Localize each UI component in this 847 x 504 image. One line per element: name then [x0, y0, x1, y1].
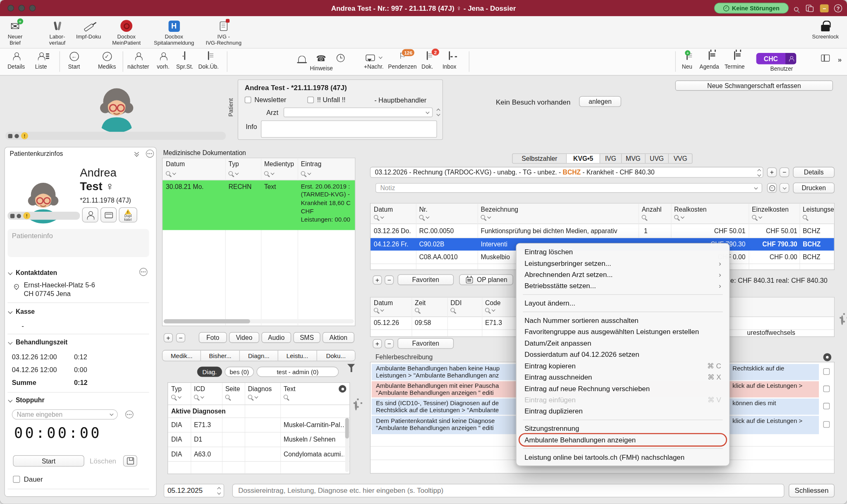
- newsletter-checkbox[interactable]: [245, 97, 251, 103]
- search-icon[interactable]: [642, 215, 646, 219]
- search-icon[interactable]: [794, 7, 798, 11]
- search-icon[interactable]: [674, 215, 678, 219]
- menu-item-eintrag-duplizieren[interactable]: Eintrag duplizieren: [517, 406, 730, 417]
- search-icon[interactable]: [485, 308, 489, 312]
- toolbar-item-neuer-brief[interactable]: ✉ + Neuer Brief: [0, 18, 30, 46]
- menu-item-eintrag-verschieben[interactable]: Eintrag auf neue Rechnung verschieben: [517, 383, 730, 394]
- details-button[interactable]: Details: [793, 167, 835, 178]
- nav-details[interactable]: Details: [4, 52, 28, 69]
- patienteninfo-area[interactable]: Patienteninfo: [7, 229, 149, 257]
- nav-liste[interactable]: Liste: [30, 52, 52, 69]
- video-button[interactable]: Video: [229, 332, 259, 343]
- kurzinfos-menu-icon[interactable]: •••: [146, 150, 154, 158]
- tab-uvg[interactable]: UVG: [645, 154, 668, 163]
- chevron-down-icon[interactable]: [172, 171, 176, 174]
- stoppuhr-save-button[interactable]: [123, 455, 137, 466]
- filter-bes-pill[interactable]: bes (0): [225, 367, 254, 377]
- column-header[interactable]: Bezeichnung: [481, 206, 518, 213]
- chevron-down-icon[interactable]: [487, 215, 491, 218]
- column-header[interactable]: Anzahl: [642, 206, 662, 213]
- menu-item-layout-aendern[interactable]: Layout ändern...: [517, 298, 730, 309]
- menu-item-eintrag-ausschneiden[interactable]: Eintrag ausschneiden⌘ X: [517, 372, 730, 383]
- minimize-tray-icon[interactable]: −: [820, 4, 829, 12]
- search-icon[interactable]: [284, 395, 288, 399]
- column-header[interactable]: Realkosten: [674, 206, 706, 213]
- diagnosis-row[interactable]: DIA E71.3 Muskel-Carnitin-Pal…: [168, 418, 349, 432]
- arzt-stepper[interactable]: [434, 107, 442, 117]
- nav-vorh[interactable]: vorh.: [153, 52, 173, 69]
- meddoc-remove-button[interactable]: −: [176, 333, 185, 342]
- column-header[interactable]: Datum: [374, 299, 393, 307]
- column-header[interactable]: Nr.: [419, 206, 428, 213]
- meddoc-add-button[interactable]: +: [164, 333, 173, 342]
- column-header[interactable]: Diagnos: [248, 385, 272, 392]
- traffic-light-close[interactable]: [7, 5, 14, 12]
- aktion-button[interactable]: Aktion: [323, 332, 354, 343]
- menu-item-eintrag-kopieren[interactable]: Eintrag kopieren⌘ C: [517, 360, 730, 371]
- search-icon[interactable]: [228, 171, 232, 175]
- dossier-entry-input[interactable]: [232, 484, 785, 497]
- error-checkbox[interactable]: [823, 403, 830, 409]
- column-header[interactable]: Medientyp: [264, 160, 294, 168]
- chevron-down-icon[interactable]: [178, 394, 182, 398]
- search-icon[interactable]: [194, 395, 198, 399]
- duplikate-warning-button[interactable]: ! Dupl kate!: [119, 208, 137, 223]
- filter-funnel-icon[interactable]: [347, 364, 355, 376]
- anlegen-button[interactable]: anlegen: [579, 96, 621, 107]
- search-icon[interactable]: [415, 308, 419, 312]
- search-icon[interactable]: [374, 308, 378, 312]
- nav-start[interactable]: ← Start: [63, 52, 85, 69]
- chevron-down-icon[interactable]: [758, 215, 762, 218]
- service-remove-button[interactable]: −: [385, 275, 394, 284]
- search-icon[interactable]: [166, 171, 170, 175]
- error-checkbox[interactable]: [823, 421, 830, 428]
- toolbar-item-screenlock[interactable]: Screenlock: [808, 18, 843, 40]
- v-scrollbar[interactable]: [345, 418, 349, 472]
- stoppuhr-start-button[interactable]: Start: [13, 455, 84, 466]
- drucken-button[interactable]: Drucken: [793, 182, 835, 193]
- invoice-remove-button[interactable]: −: [780, 167, 790, 177]
- search-icon[interactable]: [803, 215, 807, 219]
- filter-test-admin-pill[interactable]: test - admin (0): [256, 367, 339, 377]
- chevron-down-icon[interactable]: [307, 171, 311, 174]
- column-header[interactable]: Einzelkosten: [752, 206, 789, 213]
- tab-diagn[interactable]: Diagn...: [239, 351, 278, 361]
- menu-item-datum-zeit-anpassen[interactable]: Datum/Zeit anpassen: [517, 337, 730, 349]
- nav-dok[interactable]: 2 Dok.: [418, 52, 436, 69]
- search-icon[interactable]: [450, 308, 455, 312]
- nav-termine[interactable]: Termine: [722, 52, 747, 69]
- search-icon[interactable]: [171, 395, 175, 399]
- record-toggle-icon[interactable]: [339, 385, 346, 392]
- column-header[interactable]: DDI: [450, 299, 462, 307]
- collapse-double-chevron-icon[interactable]: [135, 150, 139, 156]
- tab-kvg[interactable]: KVG•5: [566, 154, 599, 163]
- menu-item-betriebsstaette-setzen[interactable]: Betriebsstätte setzen...›: [517, 280, 730, 291]
- column-header[interactable]: Eintrag: [301, 160, 322, 168]
- search-icon[interactable]: [419, 215, 424, 219]
- column-header[interactable]: Seite: [225, 385, 240, 392]
- toolbar-item-impfdoku[interactable]: Impf-Doku: [72, 18, 105, 40]
- dossier-date-box[interactable]: 05.12.2025: [164, 484, 224, 497]
- session-remove-button[interactable]: −: [385, 339, 394, 348]
- traffic-light-zoom[interactable]: [29, 5, 36, 12]
- nav-dokueb[interactable]: Dok.Üb.: [196, 52, 220, 69]
- audio-button[interactable]: Audio: [261, 332, 291, 343]
- nav-mediks[interactable]: ✓ Mediks: [95, 52, 119, 69]
- kasse-header[interactable]: Kasse: [9, 308, 35, 315]
- search-icon[interactable]: [248, 395, 252, 399]
- search-icon[interactable]: [264, 171, 268, 175]
- search-icon[interactable]: [752, 215, 756, 219]
- menu-item-favoritengruppe-erstellen[interactable]: Favoritengruppe aus ausgewählten Leistun…: [517, 326, 730, 337]
- search-icon[interactable]: [374, 215, 378, 219]
- menu-item-abrechnenden-arzt-setzen[interactable]: Abrechnenden Arzt setzen...›: [517, 269, 730, 280]
- column-header[interactable]: Datum: [166, 160, 185, 168]
- nav-naechster[interactable]: nächster: [125, 52, 151, 69]
- filter-diag-pill[interactable]: Diag.: [197, 367, 222, 377]
- invoice-add-button[interactable]: +: [767, 167, 777, 177]
- notiz-collapse-button[interactable]: −: [767, 183, 777, 193]
- chevron-down-icon[interactable]: [426, 215, 429, 218]
- search-icon[interactable]: [301, 171, 305, 175]
- diagnosis-row[interactable]: DIA D1 Muskeln / Sehnen: [168, 432, 349, 447]
- diagnosis-row[interactable]: DIA A63.0 Condylomata acumi…: [168, 447, 349, 461]
- unfall-checkbox[interactable]: [307, 97, 314, 103]
